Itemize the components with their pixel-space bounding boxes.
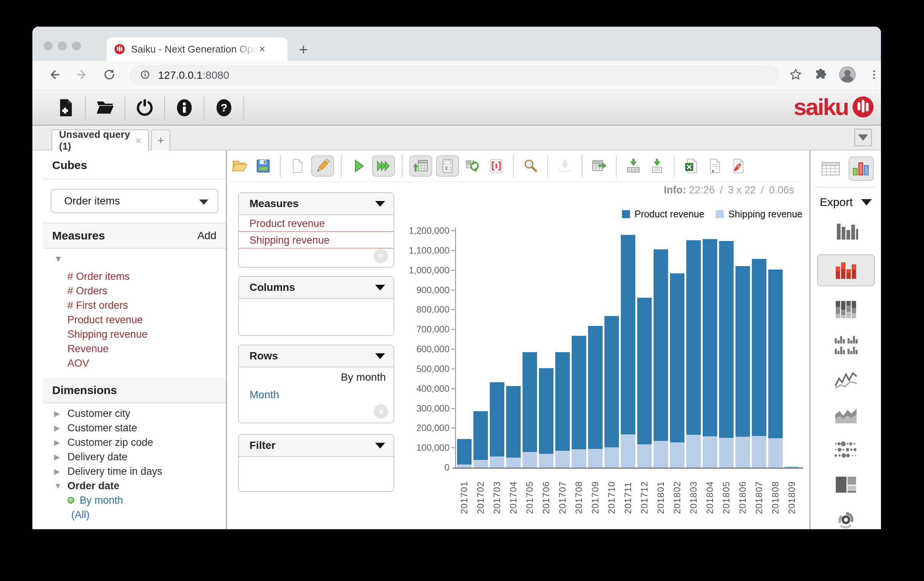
treemap-chart-button[interactable] <box>817 473 875 497</box>
dimension-item[interactable]: ▼Order date <box>43 479 226 493</box>
dimension-item[interactable]: ▶Customer state <box>43 421 226 435</box>
measure-item[interactable]: # Order items <box>43 269 226 284</box>
legend-item-shipping[interactable]: Shipping revenue <box>716 209 802 220</box>
bar-201803[interactable] <box>686 231 701 467</box>
close-window-button[interactable] <box>44 41 53 50</box>
dimension-child[interactable]: (All) <box>43 507 226 522</box>
measure-chip[interactable]: Product revenue <box>239 215 393 232</box>
non-empty-button[interactable] <box>487 155 506 177</box>
address-bar[interactable]: 127.0.0.1 :8080 <box>129 65 780 86</box>
columns-panel-header[interactable]: Columns <box>239 277 393 299</box>
filter-panel-body[interactable] <box>239 457 393 491</box>
measures-panel-header[interactable]: Measures <box>239 193 393 215</box>
export-pdf-button[interactable] <box>729 155 748 177</box>
bar-201703[interactable] <box>490 231 504 467</box>
back-arrow-icon[interactable] <box>48 68 61 83</box>
bar-201807[interactable] <box>752 231 766 467</box>
grid-view-button[interactable] <box>818 156 843 181</box>
mdx-editor-button[interactable] <box>436 155 459 177</box>
bar-201711[interactable] <box>621 231 635 467</box>
bar-201708[interactable] <box>572 231 586 467</box>
export-data-button[interactable] <box>624 155 643 177</box>
columns-panel-body[interactable] <box>239 299 393 335</box>
bar-201809[interactable] <box>785 231 799 467</box>
dimension-item[interactable]: ▶Delivery date <box>43 449 226 464</box>
bar-201808[interactable] <box>768 231 783 467</box>
level-label[interactable]: By month <box>79 495 123 506</box>
dimension-child[interactable]: By month <box>43 493 226 507</box>
filter-panel-header[interactable]: Filter <box>239 435 393 457</box>
chevron-down-icon[interactable]: ▼ <box>54 482 68 490</box>
auto-run-button[interactable] <box>372 155 395 177</box>
chevron-right-icon[interactable]: ▶ <box>54 409 68 418</box>
chevron-right-icon[interactable]: ▶ <box>54 423 68 433</box>
chevron-down-icon[interactable]: ▼ <box>43 254 226 269</box>
reload-icon[interactable] <box>102 68 116 83</box>
bar-201707[interactable] <box>555 231 570 467</box>
area-chart-button[interactable] <box>817 403 875 426</box>
measures-panel-body[interactable]: Product revenueShipping revenue × <box>239 215 393 267</box>
new-tab-button[interactable]: + <box>299 42 308 57</box>
rows-panel-body[interactable]: By month Month × <box>239 367 393 423</box>
browser-tab[interactable]: Saiku - Next Generation Open S × <box>107 37 287 61</box>
dot-chart-button[interactable] <box>817 438 875 461</box>
line-chart-button[interactable] <box>817 368 875 392</box>
measure-item[interactable]: Revenue <box>43 342 226 356</box>
info-circle-button[interactable] <box>171 94 198 121</box>
bar-201702[interactable] <box>474 231 488 467</box>
edit-mdx-button[interactable] <box>311 155 334 177</box>
add-measure-button[interactable]: Add <box>197 230 216 242</box>
bar-201805[interactable] <box>719 231 734 467</box>
bar-201801[interactable] <box>653 231 668 467</box>
dimension-item[interactable]: ▶Customer city <box>43 406 226 421</box>
new-blank-button[interactable] <box>287 155 307 177</box>
kebab-menu-icon[interactable] <box>867 68 881 83</box>
save-query-button[interactable] <box>253 155 273 177</box>
export-disabled-button[interactable] <box>555 155 575 177</box>
rows-level-link[interactable]: Month <box>249 389 279 401</box>
bookmark-star-icon[interactable] <box>789 68 802 83</box>
stacked-bar-chart-button[interactable] <box>817 254 875 286</box>
legend-item-product[interactable]: Product revenue <box>622 209 704 220</box>
measure-item[interactable]: AOV <box>43 356 226 370</box>
cube-select[interactable]: Order items <box>51 189 218 213</box>
profile-avatar-icon[interactable] <box>839 66 856 84</box>
export-csv-button[interactable]: , <box>705 155 725 177</box>
measure-item[interactable]: Shipping revenue <box>43 327 226 342</box>
chevron-right-icon[interactable]: ▶ <box>54 467 68 476</box>
clear-rows-icon[interactable]: × <box>374 404 388 419</box>
chevron-right-icon[interactable]: ▶ <box>54 438 68 447</box>
measure-item[interactable]: # First orders <box>43 298 226 313</box>
bar-201705[interactable] <box>523 231 537 467</box>
power-button[interactable] <box>131 94 158 121</box>
collapse-panel-button[interactable] <box>854 129 872 146</box>
bar-201706[interactable] <box>539 231 553 467</box>
run-query-button[interactable] <box>348 155 368 177</box>
zoom-window-button[interactable] <box>72 41 81 50</box>
stacked-100-chart-button[interactable] <box>817 298 875 321</box>
extensions-puzzle-icon[interactable] <box>814 68 828 83</box>
chart-view-button[interactable] <box>848 156 874 181</box>
bar-201709[interactable] <box>588 231 602 467</box>
bar-201802[interactable] <box>670 231 685 467</box>
dimension-item[interactable]: ▶Delivery time in days <box>43 464 226 479</box>
measure-item[interactable]: # Orders <box>43 284 226 298</box>
measure-item[interactable]: Product revenue <box>43 313 226 327</box>
export-query-button[interactable] <box>647 155 667 177</box>
drill-through-button[interactable] <box>521 155 540 177</box>
new-query-button[interactable] <box>52 94 79 121</box>
help-circle-button[interactable]: ? <box>211 94 237 121</box>
toggle-fields-button[interactable] <box>409 155 432 177</box>
query-tab-close-icon[interactable]: × <box>135 135 141 146</box>
measure-chip[interactable]: Shipping revenue <box>239 232 393 249</box>
swap-axis-button[interactable] <box>463 155 483 177</box>
minimize-window-button[interactable] <box>58 41 67 50</box>
page-info-icon[interactable] <box>139 69 151 82</box>
view-table-button[interactable] <box>589 155 609 177</box>
chevron-right-icon[interactable]: ▶ <box>54 452 68 461</box>
rows-panel-header[interactable]: Rows <box>239 345 393 367</box>
export-dropdown[interactable]: Export <box>810 196 881 209</box>
bar-chart-button[interactable] <box>817 219 875 243</box>
bar-201704[interactable] <box>506 231 521 467</box>
bar-201712[interactable] <box>637 231 652 467</box>
